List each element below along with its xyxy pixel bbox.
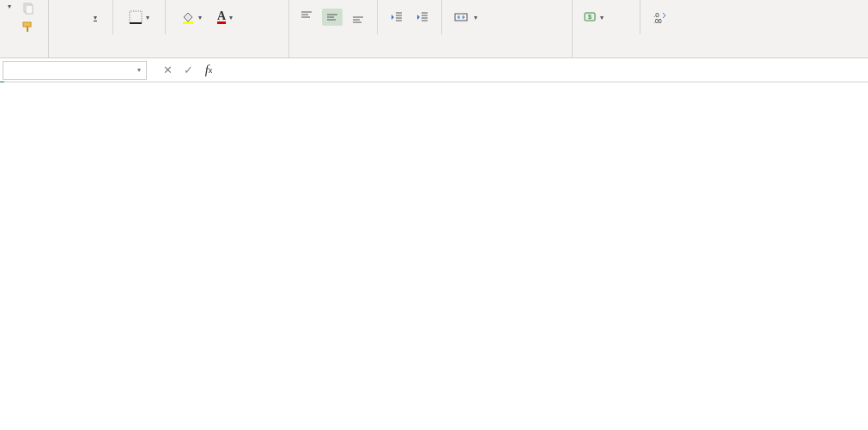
bold-button[interactable] (56, 15, 63, 19)
group-font: ▾ ▾ ▾ A ▾ (49, 0, 289, 58)
underline-button[interactable]: ▾ (87, 12, 100, 23)
separator (377, 0, 378, 34)
decrease-indent-button[interactable] (386, 9, 407, 26)
borders-button[interactable]: ▾ (125, 9, 153, 26)
currency-button[interactable]: $ ▾ (580, 9, 607, 26)
name-box[interactable] (3, 62, 132, 79)
align-top-button[interactable] (296, 9, 317, 26)
align-middle-icon (325, 10, 339, 24)
group-clipboard: ▾ (0, 0, 49, 58)
cancel-formula-button[interactable]: ✕ (157, 61, 178, 80)
copy-button[interactable] (18, 0, 41, 17)
italic-button[interactable] (71, 15, 78, 19)
svg-rect-2 (23, 22, 31, 27)
svg-rect-24 (455, 14, 467, 21)
increase-indent-icon (416, 10, 429, 24)
percent-button[interactable] (612, 15, 619, 19)
decrease-indent-icon (390, 10, 404, 24)
chevron-down-icon: ▾ (474, 14, 477, 21)
align-top-icon (300, 10, 313, 24)
name-box-wrap[interactable]: ▾ (3, 61, 147, 80)
enter-formula-button[interactable]: ✓ (178, 61, 198, 80)
format-painter-icon (21, 21, 35, 34)
separator (640, 0, 640, 34)
svg-rect-3 (27, 27, 28, 32)
increase-decimal-icon: .0.00 (653, 10, 666, 24)
svg-rect-6 (183, 21, 193, 24)
paste-button[interactable]: ▾ (3, 0, 15, 10)
group-alignment: ▾ (289, 0, 573, 58)
font-color-icon: A (217, 11, 226, 24)
separator (165, 0, 166, 34)
chevron-down-icon: ▾ (229, 14, 233, 21)
formula-input[interactable] (219, 64, 868, 77)
svg-rect-1 (26, 5, 33, 14)
merge-center-icon (454, 10, 468, 24)
ribbon: ▾ ▾ ▾ (0, 0, 868, 58)
font-color-button[interactable]: A ▾ (214, 9, 236, 26)
chevron-down-icon: ▾ (8, 3, 11, 10)
separator (112, 0, 113, 34)
chevron-down-icon: ▾ (198, 14, 202, 21)
chevron-down-icon: ▾ (146, 14, 149, 21)
insert-function-button[interactable]: fx (198, 61, 219, 80)
chevron-down-icon: ▾ (600, 14, 604, 21)
increase-indent-button[interactable] (412, 9, 433, 26)
align-middle-button[interactable] (322, 9, 343, 26)
merge-center-button[interactable]: ▾ (451, 9, 481, 26)
chevron-down-icon: ▾ (94, 14, 97, 21)
separator (441, 0, 442, 34)
copy-icon (21, 2, 35, 15)
increase-decimal-button[interactable]: .0.00 (649, 9, 670, 26)
fill-color-button[interactable]: ▾ (178, 9, 205, 26)
formula-bar: ▾ ✕ ✓ fx (0, 58, 868, 82)
borders-icon (129, 10, 143, 24)
svg-text:$: $ (588, 14, 592, 20)
format-painter-button[interactable] (18, 19, 41, 36)
align-bottom-icon (351, 10, 365, 24)
fill-color-icon (181, 10, 195, 24)
svg-rect-4 (130, 11, 142, 23)
comma-button[interactable] (624, 15, 631, 19)
svg-text:.00: .00 (653, 18, 662, 24)
currency-icon: $ (583, 10, 597, 24)
chevron-down-icon[interactable]: ▾ (132, 66, 146, 74)
align-bottom-button[interactable] (348, 9, 368, 26)
group-number: $ ▾ .0.00 (573, 0, 710, 58)
